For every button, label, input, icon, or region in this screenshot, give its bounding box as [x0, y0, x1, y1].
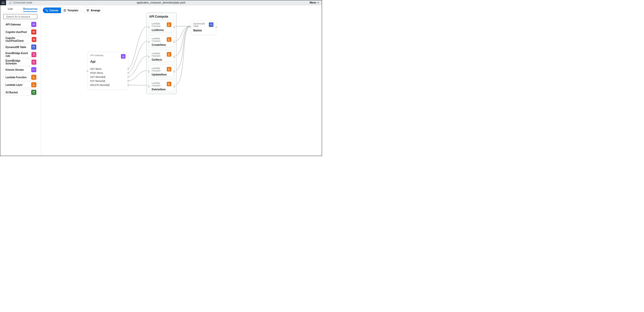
input-port[interactable] [148, 86, 150, 87]
canvas-toolbar: Canvas Template Arrange [43, 7, 104, 13]
resource-label: EventBridge Schedule [6, 59, 31, 65]
node-title: Items [191, 27, 216, 35]
node-title: Api [88, 59, 128, 66]
svg-rect-17 [46, 9, 46, 10]
arrange-icon [86, 9, 89, 12]
route-label: POST /items [90, 72, 103, 74]
connected-mode-indicator[interactable]: Connected mode [9, 1, 32, 4]
output-port[interactable] [173, 71, 175, 72]
api-route[interactable]: POST /items [88, 71, 128, 75]
resource-label: EventBridge Event rule [6, 52, 31, 57]
route-label: DELETE /items/{id} [90, 84, 110, 86]
lambda-icon [31, 82, 36, 87]
connection-wires [41, 5, 322, 156]
api-route[interactable]: GET /items/{id} [88, 75, 128, 79]
resource-item[interactable]: Cognito UserPool [3, 29, 37, 35]
svg-rect-21 [88, 9, 89, 10]
arrange-button[interactable]: Arrange [83, 7, 104, 13]
node-type-label: Lambda Function [152, 52, 167, 57]
menu-button[interactable]: Menu [310, 1, 319, 4]
output-port[interactable] [173, 41, 175, 43]
lambda-icon [167, 82, 171, 86]
sidebar-tabs: List Resources [0, 5, 40, 12]
resource-label: API Gateway [6, 23, 21, 26]
resource-item[interactable]: EventBridge Event rule [3, 51, 37, 58]
api-routes-list: GET /items POST /items GET /items/{id} P… [88, 66, 128, 90]
resource-item[interactable]: Cognito UserPoolClient [3, 36, 37, 43]
s3-icon [31, 90, 36, 95]
lambda-icon [167, 52, 171, 57]
search-box[interactable] [3, 14, 37, 19]
node-title: DeleteItem [149, 87, 174, 93]
output-port[interactable] [127, 76, 129, 78]
node-lambda-function[interactable]: Lambda Function CreateItem [149, 35, 174, 47]
resource-item[interactable]: DynamoDB Table [3, 44, 37, 50]
output-port[interactable] [215, 26, 217, 28]
svg-point-2 [33, 32, 34, 32]
output-port[interactable] [127, 80, 129, 82]
canvas-view-button[interactable]: Canvas [43, 8, 61, 13]
api-route[interactable]: DELETE /items/{id} [88, 83, 128, 87]
tab-resources[interactable]: Resources [20, 6, 41, 12]
api-gateway-icon [121, 54, 125, 59]
output-port[interactable] [173, 26, 175, 28]
node-type-label: Lambda Function [152, 37, 167, 42]
node-lambda-function[interactable]: Lambda Function GetItem [149, 50, 174, 62]
resource-label: Lambda Function [6, 76, 26, 79]
template-view-label: Template [68, 9, 78, 12]
resource-item[interactable]: Lambda Function [3, 74, 37, 81]
input-port[interactable] [148, 56, 150, 58]
eventbridge-icon [31, 60, 36, 65]
svg-rect-20 [87, 9, 87, 10]
cognito-icon [31, 29, 36, 34]
sidebar: List Resources API Gateway Cognito UserP… [0, 5, 41, 156]
resource-label: Cognito UserPoolClient [6, 37, 32, 42]
document-title: application_composer_demo/template.yaml [137, 1, 185, 4]
tab-list[interactable]: List [0, 6, 20, 12]
svg-point-15 [35, 63, 35, 63]
node-title: CreateItem [149, 42, 174, 49]
resource-item[interactable]: EventBridge Schedule [3, 59, 37, 65]
sync-icon [9, 2, 12, 4]
node-type-label: Lambda Function [152, 82, 167, 87]
input-port[interactable] [148, 26, 150, 28]
input-port[interactable] [148, 41, 150, 43]
resource-label: DynamoDB Table [6, 46, 26, 49]
kinesis-icon [31, 67, 36, 72]
api-route[interactable]: GET /items [88, 67, 128, 71]
search-input[interactable] [6, 15, 38, 18]
output-port[interactable] [173, 86, 175, 87]
node-api-gateway[interactable]: API Gateway Api GET /items POST /items G… [87, 52, 128, 90]
output-port[interactable] [127, 84, 129, 86]
node-lambda-function[interactable]: Lambda Function DeleteItem [149, 80, 174, 92]
route-label: PUT /items/{id} [90, 80, 105, 82]
dynamodb-icon [209, 22, 213, 27]
resource-item[interactable]: S3 Bucket [3, 89, 37, 96]
input-port[interactable] [87, 70, 88, 72]
output-port[interactable] [173, 56, 175, 58]
lambda-icon [167, 67, 171, 71]
node-title: ListItems [149, 27, 174, 34]
svg-point-13 [35, 61, 35, 62]
output-port[interactable] [127, 72, 129, 74]
node-lambda-function[interactable]: Lambda Function ListItems [149, 20, 174, 32]
output-port[interactable] [127, 68, 129, 70]
top-bar: Connected mode application_composer_demo… [0, 0, 322, 5]
canvas[interactable]: Canvas Template Arrange [41, 5, 322, 156]
node-title: GetItem [149, 57, 174, 64]
node-lambda-function[interactable]: Lambda Function UpdateItem [149, 65, 174, 77]
canvas-view-label: Canvas [49, 9, 58, 12]
api-route[interactable]: PUT /items/{id} [88, 79, 128, 83]
home-button[interactable] [0, 0, 6, 5]
arrange-label: Arrange [91, 9, 100, 12]
template-view-button[interactable]: Template [61, 8, 81, 13]
input-port[interactable] [148, 71, 150, 72]
resource-item[interactable]: Kinesis Stream [3, 66, 37, 73]
node-dynamodb-table[interactable]: DynamoDB Table Items [190, 20, 216, 35]
resource-label: Kinesis Stream [6, 68, 24, 71]
route-label: GET /items/{id} [90, 76, 105, 78]
resource-item[interactable]: API Gateway [3, 21, 37, 28]
resource-item[interactable]: Lambda Layer [3, 82, 37, 88]
input-port[interactable] [190, 26, 191, 28]
node-type-label: Lambda Function [152, 22, 167, 27]
